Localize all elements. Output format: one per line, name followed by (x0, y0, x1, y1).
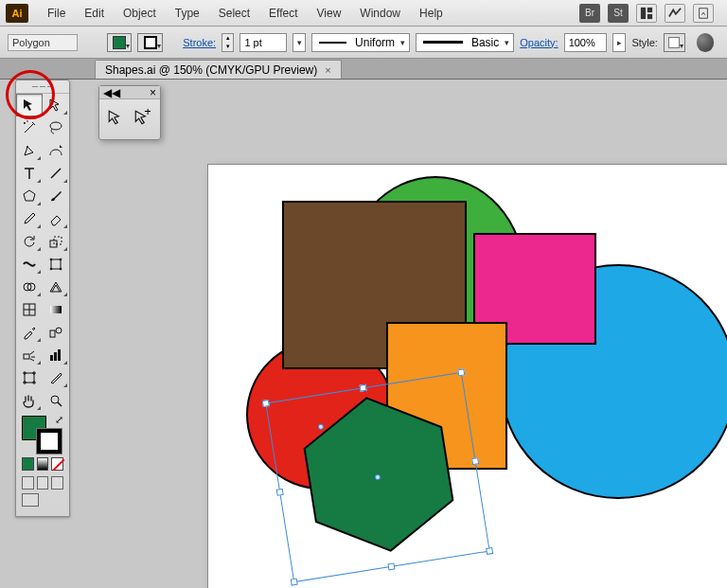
svg-marker-3 (298, 394, 459, 555)
width-tool-icon[interactable] (16, 253, 43, 276)
artboard[interactable] (208, 165, 727, 588)
document-tab[interactable]: Shapes.ai @ 150% (CMYK/GPU Preview) × (95, 60, 342, 79)
opacity-dropdown[interactable]: ▸ (612, 33, 626, 52)
resize-handle-icon[interactable] (387, 562, 395, 570)
brush-definition-dropdown[interactable]: Uniform▾ (311, 33, 410, 52)
color-mode-gradient-icon[interactable] (37, 457, 49, 471)
menu-file[interactable]: File (38, 3, 75, 24)
mesh-tool-icon[interactable] (16, 298, 43, 321)
gradient-tool-icon[interactable] (43, 298, 69, 321)
curvature-tool-icon[interactable] (43, 139, 69, 162)
stock-icon[interactable]: St (608, 4, 629, 23)
svg-rect-0 (641, 7, 646, 18)
arrange-documents-icon[interactable] (636, 4, 657, 23)
menu-select[interactable]: Select (209, 3, 259, 24)
stroke-panel-link[interactable]: Stroke: (183, 37, 216, 48)
free-transform-tool-icon[interactable] (43, 253, 69, 276)
stroke-color-button[interactable]: ▾ (137, 33, 162, 52)
document-tab-strip: Shapes.ai @ 150% (CMYK/GPU Preview) × (0, 59, 727, 80)
eraser-tool-icon[interactable] (43, 207, 69, 230)
stroke-swatch-icon[interactable] (37, 429, 62, 454)
menu-help[interactable]: Help (410, 3, 452, 24)
shape-tool-icon[interactable] (16, 185, 43, 207)
eyedropper-tool-icon[interactable] (16, 321, 43, 344)
selected-shape-name[interactable]: Polygon (8, 34, 78, 51)
direct-selection-tool-icon[interactable] (43, 94, 69, 116)
resize-handle-icon[interactable] (291, 579, 298, 586)
close-tab-icon[interactable]: × (325, 64, 330, 76)
opacity-field[interactable]: 100% (564, 33, 608, 52)
perspective-grid-tool-icon[interactable] (43, 276, 69, 298)
draw-inside-icon[interactable] (51, 476, 63, 490)
main-menubar: Ai File Edit Object Type Select Effect V… (0, 0, 727, 27)
bridge-icon[interactable]: Br (579, 4, 600, 23)
detached-selection-tool-panel[interactable]: ◀◀ × + (98, 85, 161, 140)
column-graph-tool-icon[interactable] (43, 344, 69, 366)
rotate-tool-icon[interactable] (16, 230, 43, 253)
stroke-weight-stepper[interactable]: ▴▾ (222, 33, 234, 52)
menu-effect[interactable]: Effect (259, 3, 307, 24)
group-selection-tool-icon[interactable]: + (133, 109, 151, 129)
scale-tool-icon[interactable] (43, 230, 69, 253)
resize-handle-icon[interactable] (276, 489, 284, 496)
selection-tool-icon[interactable] (16, 94, 43, 116)
svg-point-28 (51, 396, 59, 403)
slice-tool-icon[interactable] (43, 366, 69, 389)
svg-point-13 (50, 258, 53, 261)
svg-rect-26 (58, 349, 61, 361)
panel-close-icon[interactable]: × (150, 86, 156, 99)
menu-window[interactable]: Window (350, 3, 410, 24)
stroke-weight-dropdown[interactable]: ▾ (293, 33, 306, 52)
fill-color-button[interactable]: ▾ (107, 33, 132, 52)
type-tool-icon[interactable] (16, 162, 43, 185)
app-logo-icon: Ai (6, 4, 28, 23)
drawing-mode-row (16, 474, 69, 491)
graphic-style-button[interactable]: ▾ (664, 33, 685, 52)
options-bar: Polygon ▾ ▾ Stroke: ▴▾ 1 pt ▾ Uniform▾ B… (0, 27, 727, 59)
screen-mode-icon[interactable] (22, 493, 39, 507)
artboard-tool-icon[interactable] (16, 366, 43, 389)
menu-object[interactable]: Object (114, 3, 166, 24)
stroke-weight-field[interactable]: 1 pt (239, 33, 287, 52)
graphic-style-label: Style: (631, 37, 658, 48)
blend-tool-icon[interactable] (43, 321, 69, 344)
svg-rect-1 (647, 7, 652, 11)
direct-selection-tool-icon[interactable] (107, 109, 124, 129)
resize-handle-icon[interactable] (486, 547, 493, 555)
menu-view[interactable]: View (308, 3, 351, 24)
sync-settings-icon[interactable] (697, 33, 715, 52)
menu-edit[interactable]: Edit (75, 3, 114, 24)
gpu-performance-icon[interactable] (665, 4, 685, 23)
document-tab-title: Shapes.ai @ 150% (CMYK/GPU Preview) (105, 63, 317, 77)
svg-rect-23 (24, 354, 29, 359)
pencil-tool-icon[interactable] (16, 207, 43, 230)
opacity-panel-link[interactable]: Opacity: (520, 37, 558, 48)
lasso-tool-icon[interactable] (43, 116, 69, 139)
hand-tool-icon[interactable] (16, 389, 43, 412)
pen-tool-icon[interactable] (16, 139, 43, 162)
swap-fill-stroke-icon[interactable]: ⤢ (55, 414, 63, 426)
panel-collapse-icon[interactable]: ◀◀ (103, 86, 120, 99)
draw-behind-icon[interactable] (37, 476, 49, 490)
zoom-tool-icon[interactable] (43, 389, 69, 412)
svg-line-29 (58, 402, 62, 406)
touch-layout-icon[interactable] (693, 4, 714, 23)
color-mode-color-icon[interactable] (22, 457, 34, 471)
line-segment-tool-icon[interactable] (43, 162, 69, 185)
draw-normal-icon[interactable] (22, 476, 34, 490)
svg-rect-21 (50, 330, 55, 337)
symbol-sprayer-tool-icon[interactable] (16, 344, 43, 366)
shape-builder-tool-icon[interactable] (16, 276, 43, 298)
paintbrush-tool-icon[interactable] (43, 185, 69, 207)
shape-selected-hexagon[interactable] (293, 394, 464, 555)
fill-stroke-control[interactable]: ⤢ (16, 412, 69, 454)
variable-width-profile-dropdown[interactable]: Basic▾ (416, 33, 514, 52)
tools-panel: ⤢ (15, 80, 70, 517)
svg-rect-25 (54, 352, 57, 361)
color-mode-row (16, 454, 69, 474)
svg-point-15 (50, 268, 53, 271)
tools-panel-grip-icon[interactable] (16, 80, 69, 94)
menu-type[interactable]: Type (166, 3, 209, 24)
magic-wand-tool-icon[interactable] (16, 116, 43, 139)
color-mode-none-icon[interactable] (51, 457, 63, 471)
